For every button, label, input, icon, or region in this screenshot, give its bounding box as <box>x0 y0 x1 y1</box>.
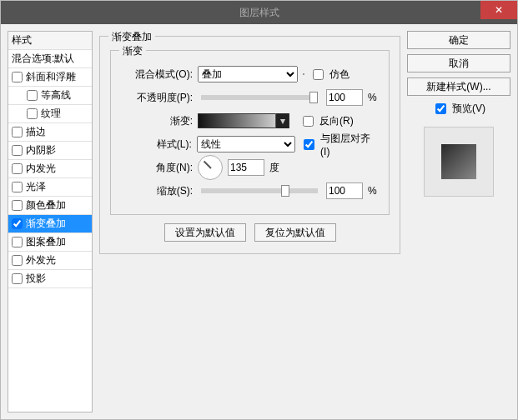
preview-swatch <box>441 144 476 179</box>
dither-checkbox[interactable]: 仿色 <box>309 67 350 82</box>
style-item-label: 外发光 <box>26 253 56 268</box>
style-item-checkbox[interactable] <box>12 200 23 211</box>
style-item-checkbox[interactable] <box>27 108 38 119</box>
inner-group-title: 渐变 <box>119 44 146 58</box>
gradient-overlay-group: 渐变叠加 渐变 混合模式(O): 叠加 仿色 <box>99 36 400 254</box>
style-item-label: 投影 <box>26 272 46 286</box>
style-item-label: 斜面和浮雕 <box>26 70 76 84</box>
scale-unit: % <box>368 185 377 197</box>
scale-slider[interactable] <box>201 188 318 193</box>
blend-mode-select[interactable]: 叠加 <box>198 66 298 82</box>
reverse-label: 反向(R) <box>319 114 354 128</box>
gradient-inner-group: 渐变 混合模式(O): 叠加 仿色 <box>110 50 390 215</box>
ok-label: 确定 <box>449 33 469 48</box>
window-title: 图层样式 <box>239 6 279 20</box>
angle-dial[interactable] <box>198 155 223 180</box>
preview-label: 预览(V) <box>452 102 485 116</box>
style-item-checkbox[interactable] <box>12 127 23 138</box>
reverse-checkbox[interactable]: 反向(R) <box>299 113 354 129</box>
style-item[interactable]: 外发光 <box>8 252 92 270</box>
reset-default-button[interactable]: 复位为默认值 <box>254 223 336 242</box>
new-style-label: 新建样式(W)... <box>426 80 490 94</box>
style-item-checkbox[interactable] <box>12 182 23 192</box>
style-item[interactable]: 颜色叠加 <box>8 197 92 215</box>
style-item-checkbox[interactable] <box>12 255 23 266</box>
style-item[interactable]: 图案叠加 <box>8 233 92 252</box>
titlebar[interactable]: 图层样式 ✕ <box>1 1 517 24</box>
cancel-button[interactable]: 取消 <box>407 54 510 72</box>
angle-input[interactable] <box>228 159 264 176</box>
style-item-label: 颜色叠加 <box>26 198 66 212</box>
style-item-checkbox[interactable] <box>12 72 23 82</box>
style-item-checkbox[interactable] <box>12 218 23 229</box>
opacity-label: 不透明度(P): <box>121 91 193 105</box>
style-item-checkbox[interactable] <box>27 90 38 101</box>
set-default-label: 设置为默认值 <box>175 226 235 240</box>
style-item-label: 纹理 <box>41 107 61 121</box>
style-item[interactable]: 内发光 <box>8 160 92 178</box>
align-check-input[interactable] <box>304 139 314 150</box>
opacity-unit: % <box>368 92 377 103</box>
blend-mode-label: 混合模式(O): <box>121 68 193 82</box>
set-default-button[interactable]: 设置为默认值 <box>164 223 246 242</box>
style-item-checkbox[interactable] <box>12 237 23 248</box>
close-button[interactable]: ✕ <box>480 1 517 19</box>
style-item-label: 渐变叠加 <box>26 217 66 231</box>
close-icon: ✕ <box>495 4 503 16</box>
style-item-checkbox[interactable] <box>12 145 23 156</box>
opacity-slider[interactable] <box>201 95 318 100</box>
dialog-body: 样式 混合选项:默认 斜面和浮雕等高线纹理描边内阴影内发光光泽颜色叠加渐变叠加图… <box>1 24 517 419</box>
angle-unit: 度 <box>269 161 279 175</box>
style-select[interactable]: 线性 <box>197 136 295 152</box>
scale-input[interactable] <box>326 182 363 199</box>
style-item-label: 内阴影 <box>26 143 56 158</box>
layer-style-dialog: 图层样式 ✕ 样式 混合选项:默认 斜面和浮雕等高线纹理描边内阴影内发光光泽颜色… <box>0 0 518 420</box>
style-item-checkbox[interactable] <box>12 273 23 284</box>
style-item[interactable]: 投影 <box>8 270 92 288</box>
style-item[interactable]: 纹理 <box>8 105 92 123</box>
preview-box <box>424 127 494 197</box>
align-label: 与图层对齐(I) <box>320 132 379 158</box>
style-item-label: 描边 <box>26 125 46 139</box>
align-checkbox[interactable]: 与图层对齐(I) <box>300 132 379 158</box>
opacity-input[interactable] <box>326 89 363 106</box>
style-item-label: 光泽 <box>26 180 46 194</box>
gradient-dropdown-icon[interactable]: ▾ <box>275 113 289 128</box>
ok-button[interactable]: 确定 <box>407 31 510 49</box>
style-item-checkbox[interactable] <box>12 163 23 174</box>
new-style-button[interactable]: 新建样式(W)... <box>407 78 510 96</box>
group-title: 渐变叠加 <box>108 30 155 44</box>
styles-header[interactable]: 样式 <box>8 32 92 50</box>
scale-label: 缩放(S): <box>121 184 193 198</box>
preview-check-input[interactable] <box>435 103 446 114</box>
right-panel: 确定 取消 新建样式(W)... 预览(V) <box>407 31 510 412</box>
dither-check-input[interactable] <box>313 69 324 80</box>
styles-header-label: 样式 <box>12 33 32 48</box>
reverse-check-input[interactable] <box>303 116 314 127</box>
style-item-label: 内发光 <box>26 162 56 176</box>
preview-checkbox[interactable]: 预览(V) <box>407 101 510 117</box>
blend-options-label: 混合选项:默认 <box>12 52 74 66</box>
style-label: 样式(L): <box>121 138 192 152</box>
style-item[interactable]: 等高线 <box>8 87 92 105</box>
angle-label: 角度(N): <box>121 161 193 175</box>
style-item-label: 等高线 <box>41 88 71 102</box>
reset-default-label: 复位为默认值 <box>265 226 325 240</box>
gradient-swatch[interactable]: ▾ <box>198 113 289 128</box>
style-item-label: 图案叠加 <box>26 235 66 249</box>
styles-list: 样式 混合选项:默认 斜面和浮雕等高线纹理描边内阴影内发光光泽颜色叠加渐变叠加图… <box>8 31 93 412</box>
style-item[interactable]: 描边 <box>8 123 92 142</box>
style-item[interactable]: 光泽 <box>8 178 92 197</box>
blend-options-row[interactable]: 混合选项:默认 <box>8 50 92 68</box>
dither-label: 仿色 <box>329 68 350 82</box>
style-item[interactable]: 斜面和浮雕 <box>8 68 92 87</box>
gradient-label: 渐变: <box>121 114 193 128</box>
cancel-label: 取消 <box>449 57 469 71</box>
center-panel: 渐变叠加 渐变 混合模式(O): 叠加 仿色 <box>99 31 400 412</box>
style-item[interactable]: 内阴影 <box>8 142 92 160</box>
style-item[interactable]: 渐变叠加 <box>8 215 92 233</box>
